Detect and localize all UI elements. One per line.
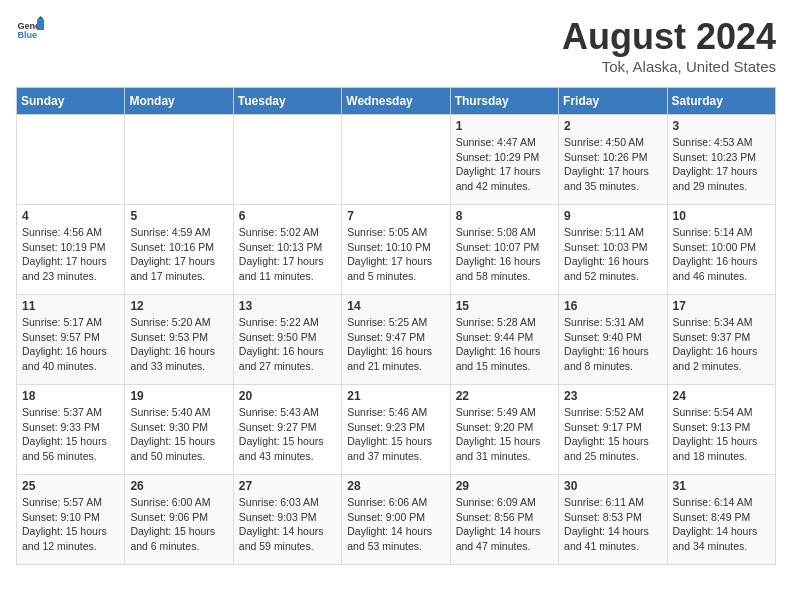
day-cell: 20Sunrise: 5:43 AM Sunset: 9:27 PM Dayli… (233, 385, 341, 475)
day-cell: 1Sunrise: 4:47 AM Sunset: 10:29 PM Dayli… (450, 115, 558, 205)
day-number: 22 (456, 389, 553, 403)
column-header-wednesday: Wednesday (342, 88, 450, 115)
day-info: Sunrise: 5:11 AM Sunset: 10:03 PM Daylig… (564, 225, 661, 284)
day-number: 30 (564, 479, 661, 493)
day-number: 19 (130, 389, 227, 403)
day-cell: 3Sunrise: 4:53 AM Sunset: 10:23 PM Dayli… (667, 115, 775, 205)
day-number: 2 (564, 119, 661, 133)
day-info: Sunrise: 4:53 AM Sunset: 10:23 PM Daylig… (673, 135, 770, 194)
day-info: Sunrise: 5:20 AM Sunset: 9:53 PM Dayligh… (130, 315, 227, 374)
day-cell: 26Sunrise: 6:00 AM Sunset: 9:06 PM Dayli… (125, 475, 233, 565)
day-cell: 7Sunrise: 5:05 AM Sunset: 10:10 PM Dayli… (342, 205, 450, 295)
day-info: Sunrise: 5:02 AM Sunset: 10:13 PM Daylig… (239, 225, 336, 284)
day-info: Sunrise: 4:47 AM Sunset: 10:29 PM Daylig… (456, 135, 553, 194)
day-cell: 29Sunrise: 6:09 AM Sunset: 8:56 PM Dayli… (450, 475, 558, 565)
day-info: Sunrise: 5:54 AM Sunset: 9:13 PM Dayligh… (673, 405, 770, 464)
day-number: 28 (347, 479, 444, 493)
day-info: Sunrise: 5:17 AM Sunset: 9:57 PM Dayligh… (22, 315, 119, 374)
day-cell: 31Sunrise: 6:14 AM Sunset: 8:49 PM Dayli… (667, 475, 775, 565)
day-number: 21 (347, 389, 444, 403)
calendar-table: SundayMondayTuesdayWednesdayThursdayFrid… (16, 87, 776, 565)
day-number: 31 (673, 479, 770, 493)
day-info: Sunrise: 4:56 AM Sunset: 10:19 PM Daylig… (22, 225, 119, 284)
column-header-thursday: Thursday (450, 88, 558, 115)
calendar-header: SundayMondayTuesdayWednesdayThursdayFrid… (17, 88, 776, 115)
day-info: Sunrise: 6:00 AM Sunset: 9:06 PM Dayligh… (130, 495, 227, 554)
day-cell: 13Sunrise: 5:22 AM Sunset: 9:50 PM Dayli… (233, 295, 341, 385)
logo: General Blue (16, 16, 44, 44)
day-number: 23 (564, 389, 661, 403)
day-cell: 30Sunrise: 6:11 AM Sunset: 8:53 PM Dayli… (559, 475, 667, 565)
day-cell: 4Sunrise: 4:56 AM Sunset: 10:19 PM Dayli… (17, 205, 125, 295)
day-number: 10 (673, 209, 770, 223)
day-number: 11 (22, 299, 119, 313)
week-row-5: 25Sunrise: 5:57 AM Sunset: 9:10 PM Dayli… (17, 475, 776, 565)
page-header: General Blue August 2024 Tok, Alaska, Un… (16, 16, 776, 75)
week-row-2: 4Sunrise: 4:56 AM Sunset: 10:19 PM Dayli… (17, 205, 776, 295)
day-number: 17 (673, 299, 770, 313)
day-number: 26 (130, 479, 227, 493)
day-cell: 10Sunrise: 5:14 AM Sunset: 10:00 PM Dayl… (667, 205, 775, 295)
day-number: 15 (456, 299, 553, 313)
day-info: Sunrise: 6:06 AM Sunset: 9:00 PM Dayligh… (347, 495, 444, 554)
day-info: Sunrise: 5:46 AM Sunset: 9:23 PM Dayligh… (347, 405, 444, 464)
day-cell: 21Sunrise: 5:46 AM Sunset: 9:23 PM Dayli… (342, 385, 450, 475)
sub-title: Tok, Alaska, United States (562, 58, 776, 75)
day-cell: 24Sunrise: 5:54 AM Sunset: 9:13 PM Dayli… (667, 385, 775, 475)
day-info: Sunrise: 5:40 AM Sunset: 9:30 PM Dayligh… (130, 405, 227, 464)
day-cell: 6Sunrise: 5:02 AM Sunset: 10:13 PM Dayli… (233, 205, 341, 295)
day-number: 18 (22, 389, 119, 403)
svg-marker-3 (37, 16, 44, 20)
day-info: Sunrise: 5:34 AM Sunset: 9:37 PM Dayligh… (673, 315, 770, 374)
day-cell: 14Sunrise: 5:25 AM Sunset: 9:47 PM Dayli… (342, 295, 450, 385)
day-info: Sunrise: 5:22 AM Sunset: 9:50 PM Dayligh… (239, 315, 336, 374)
day-number: 12 (130, 299, 227, 313)
svg-marker-2 (37, 20, 44, 31)
column-header-monday: Monday (125, 88, 233, 115)
week-row-3: 11Sunrise: 5:17 AM Sunset: 9:57 PM Dayli… (17, 295, 776, 385)
day-info: Sunrise: 6:14 AM Sunset: 8:49 PM Dayligh… (673, 495, 770, 554)
day-number: 14 (347, 299, 444, 313)
day-cell: 22Sunrise: 5:49 AM Sunset: 9:20 PM Dayli… (450, 385, 558, 475)
day-number: 8 (456, 209, 553, 223)
day-number: 1 (456, 119, 553, 133)
title-area: August 2024 Tok, Alaska, United States (562, 16, 776, 75)
day-number: 25 (22, 479, 119, 493)
day-info: Sunrise: 6:03 AM Sunset: 9:03 PM Dayligh… (239, 495, 336, 554)
logo-icon: General Blue (16, 16, 44, 44)
header-row: SundayMondayTuesdayWednesdayThursdayFrid… (17, 88, 776, 115)
day-cell: 12Sunrise: 5:20 AM Sunset: 9:53 PM Dayli… (125, 295, 233, 385)
day-info: Sunrise: 5:43 AM Sunset: 9:27 PM Dayligh… (239, 405, 336, 464)
day-number: 20 (239, 389, 336, 403)
day-cell: 23Sunrise: 5:52 AM Sunset: 9:17 PM Dayli… (559, 385, 667, 475)
column-header-saturday: Saturday (667, 88, 775, 115)
day-cell: 5Sunrise: 4:59 AM Sunset: 10:16 PM Dayli… (125, 205, 233, 295)
day-cell: 8Sunrise: 5:08 AM Sunset: 10:07 PM Dayli… (450, 205, 558, 295)
day-number: 4 (22, 209, 119, 223)
column-header-tuesday: Tuesday (233, 88, 341, 115)
day-cell: 28Sunrise: 6:06 AM Sunset: 9:00 PM Dayli… (342, 475, 450, 565)
day-cell: 2Sunrise: 4:50 AM Sunset: 10:26 PM Dayli… (559, 115, 667, 205)
day-cell: 16Sunrise: 5:31 AM Sunset: 9:40 PM Dayli… (559, 295, 667, 385)
day-cell: 15Sunrise: 5:28 AM Sunset: 9:44 PM Dayli… (450, 295, 558, 385)
calendar-body: 1Sunrise: 4:47 AM Sunset: 10:29 PM Dayli… (17, 115, 776, 565)
day-number: 29 (456, 479, 553, 493)
main-title: August 2024 (562, 16, 776, 58)
day-info: Sunrise: 5:08 AM Sunset: 10:07 PM Daylig… (456, 225, 553, 284)
day-cell: 25Sunrise: 5:57 AM Sunset: 9:10 PM Dayli… (17, 475, 125, 565)
day-cell: 27Sunrise: 6:03 AM Sunset: 9:03 PM Dayli… (233, 475, 341, 565)
day-info: Sunrise: 5:05 AM Sunset: 10:10 PM Daylig… (347, 225, 444, 284)
day-info: Sunrise: 5:52 AM Sunset: 9:17 PM Dayligh… (564, 405, 661, 464)
day-number: 7 (347, 209, 444, 223)
day-number: 24 (673, 389, 770, 403)
svg-text:Blue: Blue (17, 30, 37, 40)
day-cell: 17Sunrise: 5:34 AM Sunset: 9:37 PM Dayli… (667, 295, 775, 385)
day-cell (342, 115, 450, 205)
day-number: 6 (239, 209, 336, 223)
day-cell (233, 115, 341, 205)
day-info: Sunrise: 5:37 AM Sunset: 9:33 PM Dayligh… (22, 405, 119, 464)
day-number: 9 (564, 209, 661, 223)
day-info: Sunrise: 4:50 AM Sunset: 10:26 PM Daylig… (564, 135, 661, 194)
day-cell: 9Sunrise: 5:11 AM Sunset: 10:03 PM Dayli… (559, 205, 667, 295)
day-info: Sunrise: 5:57 AM Sunset: 9:10 PM Dayligh… (22, 495, 119, 554)
